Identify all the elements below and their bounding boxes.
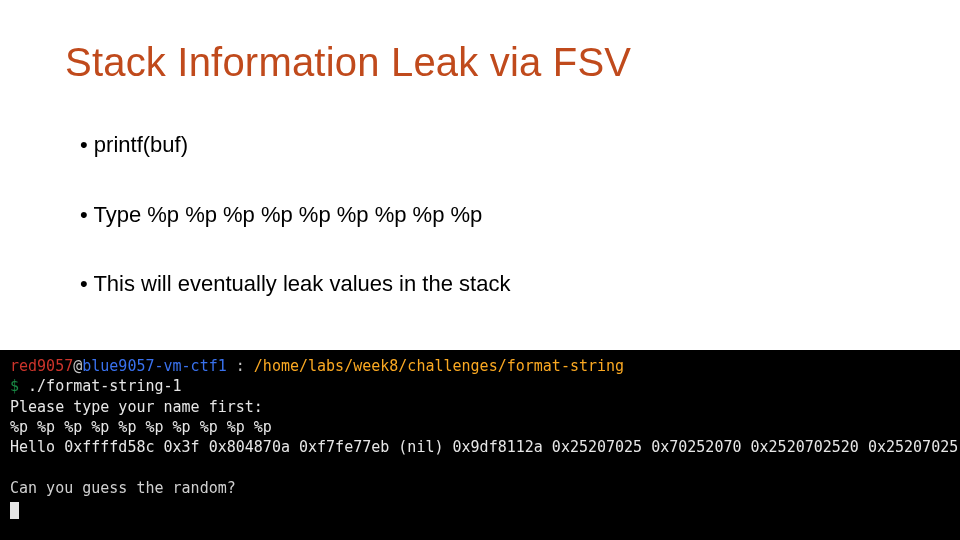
- terminal-line-output-1: Hello 0xffffd58c 0x3f 0x804870a 0xf7fe77…: [10, 438, 958, 456]
- terminal-prompt: $: [10, 377, 19, 395]
- terminal-at: @: [73, 357, 82, 375]
- bullet-item-1: printf(buf): [80, 130, 900, 160]
- terminal-cursor: [10, 502, 19, 519]
- terminal-path: /home/labs/week8/challenges/format-strin…: [254, 357, 624, 375]
- terminal-line-input: %p %p %p %p %p %p %p %p %p %p: [10, 418, 272, 436]
- slide-title: Stack Information Leak via FSV: [65, 40, 631, 85]
- terminal-output: red9057@blue9057-vm-ctf1 : /home/labs/we…: [0, 350, 960, 540]
- bullet-item-2: Type %p %p %p %p %p %p %p %p %p: [80, 200, 900, 230]
- terminal-line-prompt: Please type your name first:: [10, 398, 263, 416]
- terminal-separator: :: [227, 357, 254, 375]
- terminal-command: ./format-string-1: [19, 377, 182, 395]
- terminal-line-guess: Can you guess the random?: [10, 479, 236, 497]
- terminal-user: red9057: [10, 357, 73, 375]
- bullet-list: printf(buf) Type %p %p %p %p %p %p %p %p…: [80, 130, 900, 339]
- terminal-host: blue9057-vm-ctf1: [82, 357, 227, 375]
- bullet-item-3: This will eventually leak values in the …: [80, 269, 900, 299]
